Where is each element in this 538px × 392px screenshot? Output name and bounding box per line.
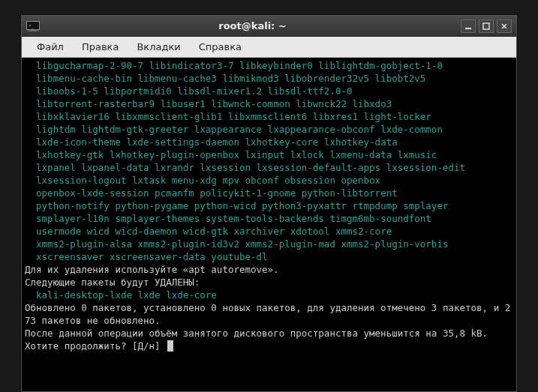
remove-header: Следующие пакеты будут УДАЛЕНЫ: xyxy=(25,276,513,289)
pkg-line: lxhotkey-gtk lxhotkey-plugin-openbox lxi… xyxy=(25,148,513,161)
pkg-line: liboobs-1-5 libportmidi0 libsdl-mixer1.2… xyxy=(25,85,513,97)
pkg-line: lxsession-logout lxtask menu-xdg mpv obc… xyxy=(25,174,513,187)
pkg-line: smplayer-l10n smplayer-themes system-too… xyxy=(25,212,513,225)
pkg-line: python-notify python-pygame python-wicd … xyxy=(25,199,513,212)
pkg-line: usermode wicd wicd-daemon wicd-gtk xarch… xyxy=(25,225,513,238)
titlebar[interactable]: >_ root@kali: ~ xyxy=(22,16,516,37)
minimize-button[interactable] xyxy=(461,19,476,33)
menu-help[interactable]: Справка xyxy=(190,38,251,55)
svg-text:>_: >_ xyxy=(29,22,35,28)
window-controls xyxy=(461,19,512,33)
summary-line: Обновлено 0 пакетов, установлено 0 новых… xyxy=(25,301,513,327)
pkg-line: xmms2-plugin-alsa xmms2-plugin-id3v2 xmm… xyxy=(25,238,513,250)
terminal-area[interactable]: libgucharmap-2-90-7 libindicator3-7 libk… xyxy=(22,58,516,391)
remove-list: kali-desktop-lxde lxde lxde-core xyxy=(25,289,513,301)
pkg-line: libxklavier16 libxmmsclient-glib1 libxmm… xyxy=(25,110,513,123)
terminal-window: >_ root@kali: ~ Файл Правка Вкладки Спра… xyxy=(21,15,517,392)
prompt-text: Хотите продолжить? [Д/н] xyxy=(25,340,166,352)
prompt[interactable]: Хотите продолжить? [Д/н] xyxy=(25,340,513,352)
summary-line: После данной операции объём занятого дис… xyxy=(25,327,513,340)
menu-file[interactable]: Файл xyxy=(28,38,73,55)
pkg-line: openbox-lxde-session pcmanfm policykit-1… xyxy=(25,187,513,199)
pkg-line: lxde-icon-theme lxde-settings-daemon lxh… xyxy=(25,136,513,148)
pkg-line: libgucharmap-2-90-7 libindicator3-7 libk… xyxy=(25,59,513,72)
pkg-line: libtorrent-rasterbar9 libuser1 libwnck-c… xyxy=(25,97,513,110)
menubar: Файл Правка Вкладки Справка xyxy=(22,37,516,58)
cursor xyxy=(167,340,173,352)
terminal-icon: >_ xyxy=(26,21,40,31)
pkg-line: lightdm lightdm-gtk-greeter lxappearance… xyxy=(25,123,513,136)
svg-rect-3 xyxy=(465,28,471,29)
close-button[interactable] xyxy=(497,19,512,33)
window-title: root@kali: ~ xyxy=(44,20,461,31)
menu-tabs[interactable]: Вкладки xyxy=(128,38,189,55)
menu-edit[interactable]: Правка xyxy=(73,38,128,55)
svg-rect-4 xyxy=(483,23,489,29)
maximize-button[interactable] xyxy=(479,19,494,33)
pkg-line: xscreensaver xscreensaver-data youtube-d… xyxy=(25,250,513,263)
autoremove-hint: Для их удаления используйте «apt autorem… xyxy=(25,263,513,276)
pkg-line: lxpanel lxpanel-data lxrandr lxsession l… xyxy=(25,161,513,174)
pkg-line: libmenu-cache-bin libmenu-cache3 libmikm… xyxy=(25,72,513,85)
